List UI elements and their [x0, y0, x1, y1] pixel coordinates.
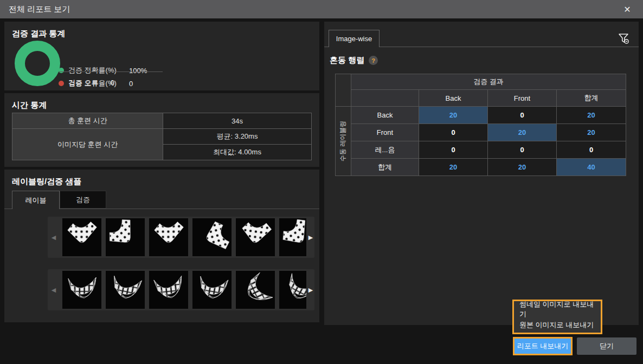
accuracy-dot-icon — [59, 68, 64, 73]
legend-divider — [59, 72, 163, 72]
avg-time-value: 평균: 3.20ms — [163, 129, 312, 145]
matrix-col-group-header: 검증 결과 — [351, 74, 626, 89]
matrix-cell[interactable]: 20 — [488, 159, 556, 176]
total-train-time-label: 총 훈련 시간 — [12, 113, 163, 129]
full-report-dialog: 전체 리포트 보기 ✕ 검증 결과 통계 검증 정확률(%) 100% 검증 오… — [0, 0, 643, 364]
scroll-right-icon[interactable]: ▶ — [306, 269, 316, 310]
time-heading: 시간 통계 — [12, 100, 47, 110]
menu-item-export-thumbnail[interactable]: 썸네일 이미지로 내보내기 — [514, 301, 601, 317]
matrix-cell[interactable]: 20 — [557, 124, 626, 141]
error-dot-icon — [59, 81, 64, 86]
confusion-matrix-title-row: 혼동 행렬 ? — [330, 55, 378, 66]
sample-thumbnail[interactable] — [62, 271, 101, 309]
help-icon[interactable]: ? — [369, 56, 378, 65]
matrix-row-header: 레...음 — [351, 141, 419, 158]
matrix-cell[interactable]: 0 — [488, 107, 556, 123]
error-count-row: 검증 오류0 — [68, 78, 114, 88]
scroll-left-icon[interactable]: ◀ — [49, 269, 59, 310]
dialog-titlebar: 전체 리포트 보기 ✕ — [0, 0, 643, 18]
total-train-time-value: 34s — [163, 113, 312, 129]
matrix-col-header: Back — [419, 90, 487, 106]
error-rate-value: 0 — [129, 80, 133, 88]
accuracy-donut-chart — [15, 41, 60, 86]
sample-thumbnail[interactable] — [236, 271, 275, 309]
matrix-cell[interactable]: 0 — [419, 141, 487, 158]
close-icon[interactable]: ✕ — [619, 0, 635, 18]
matrix-col-header: 합계 — [557, 90, 626, 106]
dialog-title: 전체 리포트 보기 — [9, 4, 70, 15]
matrix-cell[interactable]: 0 — [419, 124, 487, 141]
accuracy-label: 검증 정확률(%) — [68, 66, 129, 75]
scroll-left-icon[interactable]: ◀ — [49, 217, 59, 258]
error-count-label: 검증 오류 — [68, 79, 99, 87]
matrix-cell[interactable]: 20 — [419, 159, 487, 176]
time-stats-panel: 시간 통계 총 훈련 시간 34s 이미지당 훈련 시간 평균: 3.20ms … — [4, 93, 319, 167]
sample-thumbnail[interactable] — [192, 218, 232, 256]
matrix-cell[interactable]: 0 — [488, 141, 556, 158]
matrix-row-header: 합계 — [351, 159, 419, 176]
close-button[interactable]: 닫기 — [577, 337, 636, 355]
sample-thumbnail[interactable] — [106, 271, 145, 309]
tab-image-wise[interactable]: Image-wise — [329, 30, 380, 47]
matrix-row-header: Back — [351, 107, 419, 123]
filter-icon[interactable] — [616, 31, 631, 46]
scroll-right-icon[interactable]: ▶ — [306, 217, 316, 258]
front-thumbnails — [62, 271, 306, 309]
matrix-corner-cell — [336, 74, 351, 106]
sample-thumbnail[interactable] — [62, 218, 101, 256]
confusion-matrix-heading: 혼동 행렬 — [330, 55, 364, 66]
sample-thumbnail[interactable] — [149, 218, 188, 256]
samples-panel: 레이블링/검증 샘플 레이블 검증 Back ◀ ▶ Front ◀ ▶ — [4, 170, 319, 322]
matrix-cell[interactable]: 20 — [557, 107, 626, 123]
matrix-row-group-header: 수동 레이블링 — [336, 107, 351, 176]
report-panel: Image-wise 혼동 행렬 ? 수동 레이블링 검증 결과 Back Fr… — [324, 22, 639, 325]
tab-label[interactable]: 레이블 — [12, 191, 60, 209]
sample-thumbnail[interactable] — [149, 271, 188, 309]
matrix-col-header-empty — [351, 90, 419, 106]
sample-thumbnail[interactable] — [106, 218, 145, 256]
matrix-col-header: Front — [488, 90, 556, 106]
matrix-cell[interactable]: 20 — [488, 124, 556, 141]
time-stats-table: 총 훈련 시간 34s 이미지당 훈련 시간 평균: 3.20ms 최대값: 4… — [12, 113, 312, 160]
back-thumbnails — [62, 218, 306, 256]
stats-heading: 검증 결과 통계 — [12, 29, 65, 39]
export-options-menu: 썸네일 이미지로 내보내기 원본 이미지로 내보내기 — [512, 300, 602, 334]
per-image-time-label: 이미지당 훈련 시간 — [12, 129, 163, 160]
export-report-button[interactable]: 리포트 내보내기 — [513, 337, 573, 355]
confusion-matrix-table: 수동 레이블링 검증 결과 Back Front 합계 Back 20 0 20… — [335, 74, 626, 176]
menu-item-export-original[interactable]: 원본 이미지로 내보내기 — [514, 317, 601, 333]
front-thumbnail-strip: ◀ ▶ — [48, 269, 314, 310]
tab-validation[interactable]: 검증 — [60, 191, 106, 209]
sample-thumbnail[interactable] — [236, 218, 275, 256]
sample-thumbnail[interactable] — [279, 218, 306, 256]
matrix-cell[interactable]: 40 — [557, 159, 626, 176]
max-time-value: 최대값: 4.00ms — [163, 145, 312, 160]
matrix-cell[interactable]: 0 — [557, 141, 626, 158]
sample-thumbnail[interactable] — [279, 271, 306, 309]
matrix-row-header: Front — [351, 124, 419, 141]
accuracy-value: 100% — [129, 67, 147, 75]
validation-stats-panel: 검증 결과 통계 검증 정확률(%) 100% 검증 오류율(%) 0 검증 오… — [4, 22, 319, 90]
error-count-value: 0 — [111, 79, 114, 87]
accuracy-legend-row: 검증 정확률(%) 100% — [59, 66, 147, 75]
samples-heading: 레이블링/검증 샘플 — [12, 177, 81, 187]
matrix-cell[interactable]: 20 — [419, 107, 487, 123]
back-thumbnail-strip: ◀ ▶ — [48, 217, 314, 258]
sample-thumbnail[interactable] — [192, 271, 232, 309]
